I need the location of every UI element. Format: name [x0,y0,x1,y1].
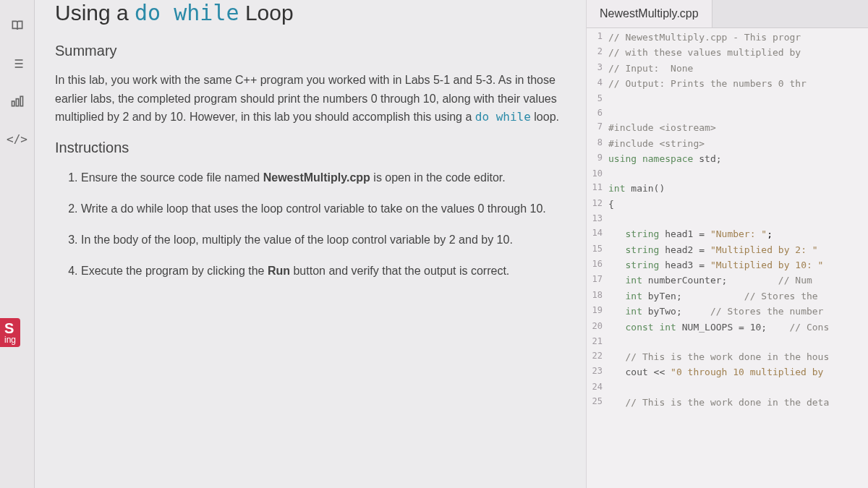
activity-sidebar: </> [0,0,35,488]
line-number: 22 [587,349,608,364]
svg-rect-6 [12,101,14,106]
code-line[interactable]: 12{ [587,197,868,212]
code-line[interactable]: 15 string head2 = "Multiplied by 2: " [587,242,868,257]
line-content[interactable]: // This is the work done in the hous [608,349,868,364]
line-number: 24 [587,380,608,395]
code-line[interactable]: 7#include <iostream> [587,120,868,135]
line-number: 13 [587,212,608,226]
line-content[interactable]: int byTen; // Stores the [608,288,868,304]
line-number: 1 [587,30,608,45]
line-number: 16 [587,257,608,273]
code-line[interactable]: 21 [587,335,868,349]
code-line[interactable]: 13 [587,212,868,226]
code-line[interactable]: 5 [587,92,868,106]
line-number: 6 [587,106,608,121]
code-line[interactable]: 14 string head1 = "Number: "; [587,226,868,241]
line-content[interactable] [608,92,868,106]
line-number: 7 [587,120,608,135]
line-content[interactable]: string head1 = "Number: "; [608,226,868,241]
code-line[interactable]: 8#include <string> [587,136,868,151]
line-number: 10 [587,167,608,181]
left-edge-badge: S ing [0,318,20,347]
line-content[interactable]: string head3 = "Multiplied by 10: " [608,257,868,273]
line-number: 2 [587,45,608,60]
inst1-post: is open in the code editor. [370,171,506,184]
line-content[interactable]: // This is the work done in the deta [608,395,868,410]
line-content[interactable]: cout << "0 through 10 multiplied by [608,364,868,380]
summary-keyword: do while [475,110,531,124]
line-content[interactable]: int numberCounter; // Num [608,273,868,288]
line-content[interactable]: { [608,197,868,212]
line-content[interactable] [608,335,868,349]
code-line[interactable]: 9using namespace std; [587,151,868,166]
code-line[interactable]: 24 [587,380,868,395]
book-icon[interactable] [9,17,26,35]
summary-text: In this lab, you work with the same C++ … [55,71,566,127]
code-line[interactable]: 2// with these values multiplied by [587,45,868,60]
code-line[interactable]: 18 int byTen; // Stores the [587,288,868,304]
line-number: 21 [587,335,608,349]
line-content[interactable]: // Input: None [608,61,868,76]
line-content[interactable]: // NewestMultiply.cpp - This progr [608,30,868,45]
line-content[interactable]: // Output: Prints the numbers 0 thr [608,76,868,91]
summary-post: loop. [531,111,559,123]
instruction-item-3: In the body of the loop, multiply the va… [81,230,566,249]
svg-rect-7 [16,99,18,106]
line-content[interactable] [608,380,868,395]
code-line[interactable]: 3// Input: None [587,61,868,76]
line-content[interactable]: #include <string> [608,136,868,151]
instruction-item-2: Write a do while loop that uses the loop… [81,199,566,218]
line-content[interactable] [608,106,868,121]
line-content[interactable] [608,167,868,181]
line-number: 5 [587,92,608,106]
inst1-pre: Ensure the source code file named [81,171,263,184]
code-line[interactable]: 22 // This is the work done in the hous [587,349,868,364]
line-content[interactable]: // with these values multiplied by [608,45,868,60]
line-content[interactable]: string head2 = "Multiplied by 2: " [608,242,868,257]
summary-heading: Summary [55,43,566,59]
code-line[interactable]: 17 int numberCounter; // Num [587,273,868,288]
code-line[interactable]: 10 [587,167,868,181]
instructions-heading: Instructions [55,140,566,156]
line-number: 12 [587,197,608,212]
title-post: Loop [239,1,294,25]
line-number: 17 [587,273,608,288]
chart-icon[interactable] [9,93,26,110]
line-content[interactable]: const int NUM_LOOPS = 10; // Cons [608,320,868,335]
code-icon[interactable]: </> [9,130,26,147]
code-line[interactable]: 16 string head3 = "Multiplied by 10: " [587,257,868,273]
code-editor-panel: NewestMultiply.cpp 1// NewestMultiply.cp… [586,0,868,488]
line-number: 19 [587,304,608,319]
line-number: 8 [587,136,608,151]
editor-tab[interactable]: NewestMultiply.cpp [587,0,712,27]
line-content[interactable]: #include <iostream> [608,120,868,135]
line-number: 14 [587,226,608,241]
instruction-item-4: Execute the program by clicking the Run … [81,261,566,281]
editor-tab-bar: NewestMultiply.cpp [587,0,868,28]
code-line[interactable]: 25 // This is the work done in the deta [587,395,868,410]
code-line[interactable]: 1// NewestMultiply.cpp - This progr [587,30,868,45]
line-number: 18 [587,288,608,304]
code-line[interactable]: 4// Output: Prints the numbers 0 thr [587,76,868,91]
line-number: 4 [587,76,608,91]
inst4-run: Run [268,265,290,277]
line-content[interactable]: using namespace std; [608,151,868,166]
svg-rect-8 [20,96,22,106]
code-line[interactable]: 19 int byTwo; // Stores the number [587,304,868,319]
code-line[interactable]: 23 cout << "0 through 10 multiplied by [587,364,868,380]
list-icon[interactable] [9,55,26,72]
line-number: 20 [587,320,608,335]
line-content[interactable] [608,212,868,226]
instructions-list: Ensure the source code file named Newest… [55,168,566,281]
line-content[interactable]: int byTwo; // Stores the number [608,304,868,319]
code-line[interactable]: 6 [587,106,868,121]
line-content[interactable]: int main() [608,181,868,196]
code-line[interactable]: 11int main() [587,181,868,196]
inst2-post: loop that uses the loop control variable… [163,202,546,215]
code-editor[interactable]: 1// NewestMultiply.cpp - This progr2// w… [587,28,868,488]
inst1-filename: NewestMultiply.cpp [263,171,370,184]
instructions-panel: Using a do while Loop Summary In this la… [35,0,586,488]
code-line[interactable]: 20 const int NUM_LOOPS = 10; // Cons [587,320,868,335]
line-number: 3 [587,61,608,76]
inst2-pre: Write a [81,202,121,215]
